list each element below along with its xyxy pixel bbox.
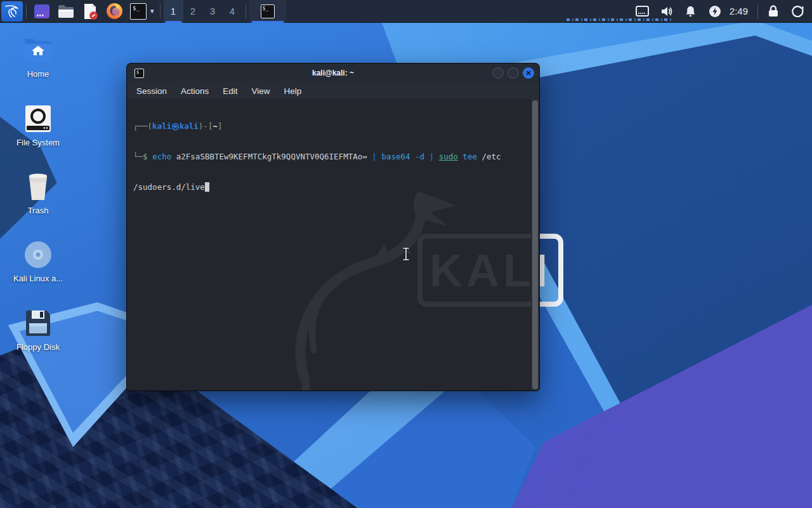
kali-text-showthrough: KALI: [429, 248, 539, 293]
menu-session[interactable]: Session: [136, 86, 167, 96]
app-window-icon: [33, 3, 51, 20]
kali-menu-button[interactable]: [1, 1, 23, 22]
desktop-icon-file-system[interactable]: File System: [8, 104, 69, 147]
prompt-line-1: ┌──(kali㉿kali)-[~]: [133, 121, 523, 131]
desktop-icon-home[interactable]: Home: [8, 35, 69, 79]
document-edit-icon: [81, 3, 99, 20]
panel-separator: [160, 4, 160, 18]
text-cursor: [205, 182, 210, 192]
close-button[interactable]: [523, 67, 534, 79]
terminal-icon: $_: [261, 4, 275, 18]
panel-render-artifact: [566, 18, 673, 21]
terminal-text: ┌──(kali㉿kali)-[~] └─$ echo a2FsaSBBTEw9…: [133, 101, 523, 213]
clock[interactable]: 2:49: [727, 6, 754, 17]
window-terminal-icon: $: [134, 69, 144, 78]
workspace-3[interactable]: 3: [203, 0, 223, 23]
notifications-tray-icon[interactable]: [679, 0, 703, 23]
chevron-down-icon[interactable]: ▾: [150, 7, 157, 15]
scrollbar-thumb[interactable]: [532, 100, 538, 389]
minimize-button[interactable]: [492, 67, 504, 79]
desktop-icon-trash[interactable]: Trash: [8, 171, 69, 215]
menu-view[interactable]: View: [252, 86, 270, 96]
folder-icon: [57, 3, 75, 20]
panel-separator: [757, 4, 758, 18]
desktop-icon-label: Kali Linux a...: [13, 274, 63, 283]
terminal-window[interactable]: $ kali@kali: ~ Session Actions Edit View…: [127, 64, 539, 391]
menubar: Session Actions Edit View Help: [127, 83, 539, 99]
titlebar[interactable]: $ kali@kali: ~: [127, 64, 539, 83]
mouse-ibeam-cursor: [401, 247, 411, 261]
desktop-icon-label: Home: [27, 69, 49, 79]
launcher-firefox[interactable]: [102, 0, 126, 23]
command-line-wrap: /sudoers.d/live: [133, 182, 523, 192]
terminal-scrollbar[interactable]: [531, 99, 539, 391]
menu-actions[interactable]: Actions: [181, 86, 209, 96]
lock-icon[interactable]: [761, 0, 785, 23]
power-manager-tray-icon[interactable]: [703, 0, 727, 23]
terminal-icon: $_: [130, 3, 147, 20]
command-line: └─$ echo a2FsaSBBTEw9KEFMTCkgTk9QQVNTV0Q…: [133, 152, 523, 162]
taskbar-terminal-button[interactable]: $_: [249, 0, 286, 23]
cd-disc-icon: [23, 239, 53, 270]
maximize-button[interactable]: [508, 67, 519, 79]
desktop-icon-label: Trash: [28, 206, 49, 215]
launcher-text-editor[interactable]: [78, 0, 102, 23]
menu-help[interactable]: Help: [284, 86, 302, 96]
workspace-1[interactable]: 1: [164, 0, 183, 23]
launcher-terminal[interactable]: $_: [126, 0, 150, 23]
floppy-disk-icon: [23, 308, 53, 338]
panel-separator: [26, 4, 27, 18]
desktop-icon-kali-cd[interactable]: Kali Linux a...: [8, 239, 69, 283]
window-title: kali@kali: ~: [127, 69, 539, 77]
panel-separator: [246, 4, 246, 18]
workspace-2[interactable]: 2: [183, 0, 203, 23]
hard-drive-icon: [23, 104, 53, 134]
launcher-app-window[interactable]: [30, 0, 54, 23]
logout-icon[interactable]: [785, 0, 809, 23]
desktop-icon-label: Floppy Disk: [16, 342, 60, 352]
menu-edit[interactable]: Edit: [223, 86, 237, 96]
desktop-icon-floppy[interactable]: Floppy Disk: [8, 308, 69, 352]
kali-box-showthrough: KALI: [417, 234, 539, 307]
launcher-file-manager[interactable]: [54, 0, 78, 23]
desktop-icon-label: File System: [16, 138, 60, 147]
terminal-viewport[interactable]: KALI ┌──(kali㉿kali)-[~] └─$ echo a2FsaSB…: [127, 99, 539, 391]
home-folder-icon: [23, 35, 53, 65]
top-panel: $_ ▾ 1 2 3 4 $_: [0, 0, 812, 23]
workspace-4[interactable]: 4: [223, 0, 242, 23]
trash-can-icon: [23, 171, 53, 202]
desktop: KALI Home File System: [0, 0, 812, 508]
kali-dragon-icon: [4, 4, 20, 19]
firefox-icon: [106, 3, 123, 20]
